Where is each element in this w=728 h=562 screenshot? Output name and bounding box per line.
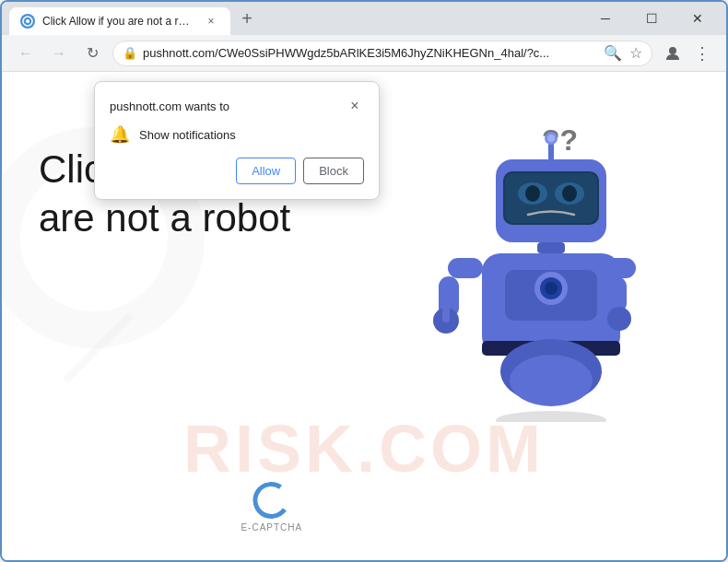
svg-point-10 (562, 185, 577, 202)
tab-close-button[interactable]: × (203, 13, 219, 29)
url-icons: 🔍 ☆ (604, 44, 642, 62)
bg-handle-watermark (63, 313, 133, 383)
browser-window: Click Allow if you are not a robot × + ─… (0, 0, 728, 562)
maximize-button[interactable]: ☐ (630, 5, 673, 32)
svg-point-2 (669, 47, 676, 54)
notification-text: Show notifications (139, 128, 236, 142)
title-bar: Click Allow if you are not a robot × + ─… (2, 2, 726, 35)
search-icon[interactable]: 🔍 (604, 44, 622, 62)
minimize-button[interactable]: ─ (584, 5, 627, 32)
url-bar[interactable]: 🔒 pushnott.com/CWe0SsiPHWWgdz5bARlKE3i5M… (112, 41, 652, 66)
back-button[interactable]: ← (13, 41, 39, 66)
popup-close-button[interactable]: × (346, 97, 364, 115)
reload-button[interactable]: ↻ (79, 41, 105, 66)
svg-rect-24 (442, 302, 450, 322)
svg-point-30 (496, 411, 606, 422)
svg-rect-21 (448, 258, 483, 278)
active-tab[interactable]: Click Allow if you are not a robot × (9, 7, 230, 35)
svg-point-27 (607, 307, 631, 331)
svg-point-13 (547, 135, 555, 142)
popup-buttons: Allow Block (110, 158, 364, 184)
svg-rect-14 (537, 242, 565, 253)
captcha-logo: E-CAPTCHA (241, 482, 302, 533)
robot-illustration: ?? (413, 109, 671, 422)
page-content: RISK.COM Click Allow if you are not a ro… (2, 72, 726, 560)
popup-notification-row: 🔔 Show notifications (110, 124, 364, 145)
menu-button[interactable]: ⋮ (689, 41, 715, 66)
allow-button[interactable]: Allow (236, 158, 296, 184)
notification-popup: pushnott.com wants to × 🔔 Show notificat… (94, 81, 380, 200)
captcha-label: E-CAPTCHA (241, 522, 302, 533)
window-controls: ─ ☐ ✕ (584, 5, 719, 32)
svg-point-29 (510, 355, 593, 406)
block-button[interactable]: Block (303, 158, 364, 184)
address-bar: ← → ↻ 🔒 pushnott.com/CWe0SsiPHWWgdz5bARl… (2, 35, 726, 72)
svg-rect-25 (601, 258, 636, 278)
new-tab-button[interactable]: + (234, 6, 260, 31)
popup-header: pushnott.com wants to × (110, 97, 364, 115)
svg-point-1 (26, 19, 29, 23)
svg-point-9 (525, 185, 540, 202)
tab-title: Click Allow if you are not a robot (42, 15, 195, 28)
tab-favicon (20, 14, 35, 29)
popup-title: pushnott.com wants to (110, 100, 229, 113)
url-text: pushnott.com/CWe0SsiPHWWgdz5bARlKE3i5M6J… (143, 46, 598, 60)
lock-icon: 🔒 (123, 46, 137, 60)
tab-area: Click Allow if you are not a robot × + (9, 2, 584, 35)
svg-rect-6 (505, 173, 597, 223)
close-button[interactable]: ✕ (676, 5, 719, 32)
toolbar-icons: ⋮ (660, 41, 715, 66)
captcha-c-icon (251, 479, 293, 521)
profile-icon-button[interactable] (660, 41, 686, 66)
risk-watermark: RISK.COM (2, 411, 726, 486)
forward-button[interactable]: → (46, 41, 72, 66)
bookmark-icon[interactable]: ☆ (629, 44, 642, 62)
svg-point-19 (545, 282, 558, 295)
bell-icon: 🔔 (110, 124, 130, 145)
